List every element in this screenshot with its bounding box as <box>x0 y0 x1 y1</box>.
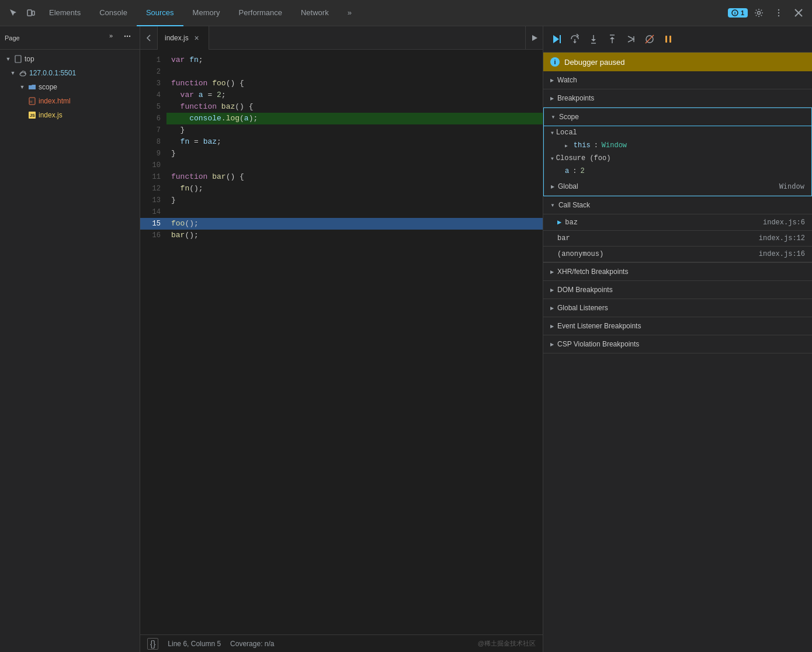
this-val: Window <box>602 141 627 150</box>
top-toolbar: Elements Console Sources Memory Performa… <box>0 0 812 26</box>
dom-section-header[interactable]: ▶ DOM Breakpoints <box>543 281 812 299</box>
a-val: 2 <box>580 167 584 175</box>
server-label: 127.0.0.1:5501 <box>29 69 76 77</box>
file-panel-header: Page » <box>0 26 140 50</box>
tab-elements[interactable]: Elements <box>40 0 90 26</box>
format-icon[interactable]: {} <box>147 638 158 650</box>
line-num-1: 1 <box>140 54 166 66</box>
svg-rect-34 <box>669 36 671 43</box>
scope-label: scope <box>39 83 57 91</box>
event-listener-chevron-icon: ▶ <box>550 324 554 329</box>
tab-performance[interactable]: Performance <box>230 0 292 26</box>
call-stack-section-header[interactable]: ▼ Call Stack <box>543 196 812 214</box>
code-line-10 <box>166 159 543 171</box>
line-num-4: 4 <box>140 89 166 101</box>
event-listener-label: Event Listener Breakpoints <box>557 322 641 330</box>
csp-header[interactable]: ▶ CSP Violation Breakpoints <box>543 335 812 353</box>
panel-more-btn[interactable]: » <box>109 32 121 44</box>
local-label: Local <box>556 129 577 137</box>
watermark: @稀土掘金技术社区 <box>478 639 536 648</box>
call-stack-bar-loc: index.js:12 <box>759 234 805 242</box>
global-listeners-header[interactable]: ▶ Global Listeners <box>543 299 812 317</box>
step-icon[interactable] <box>623 31 639 47</box>
xhr-chevron-icon: ▶ <box>550 269 554 275</box>
global-val: Window <box>779 182 804 190</box>
editor-tab-index-js[interactable]: index.js × <box>158 26 209 50</box>
watch-section-header[interactable]: ▶ Watch <box>543 71 812 89</box>
svg-point-12 <box>129 35 130 36</box>
step-over-icon[interactable] <box>567 31 583 47</box>
line-num-5: 5 <box>140 101 166 113</box>
global-scope-header[interactable]: ▶ Global Window <box>544 178 811 195</box>
line-numbers: 1 2 3 4 5 6 7 8 9 10 11 12 13 14 15 16 <box>140 50 166 634</box>
tab-console[interactable]: Console <box>90 0 137 26</box>
step-out-icon[interactable] <box>604 31 620 47</box>
scope-chevron-icon: ▼ <box>551 115 556 120</box>
closure-scope-header[interactable]: ▼ Closure (foo) <box>544 152 811 165</box>
xhr-section-header[interactable]: ▶ XHR/fetch Breakpoints <box>543 263 812 281</box>
closure-chevron-icon: ▼ <box>551 156 554 161</box>
event-listener-header[interactable]: ▶ Event Listener Breakpoints <box>543 317 812 335</box>
cursor-tool-icon[interactable] <box>5 4 22 22</box>
tab-network[interactable]: Network <box>292 0 338 26</box>
local-scope-header[interactable]: ▼ Local <box>544 126 811 139</box>
close-devtools-icon[interactable] <box>790 4 807 22</box>
code-line-3: function foo() { <box>166 78 543 89</box>
index-html-label: index.html <box>39 97 71 105</box>
deactivate-breakpoints-icon[interactable] <box>641 31 658 47</box>
main-layout: Page » ▼ top ▼ <box>0 26 812 652</box>
call-stack-baz[interactable]: ▶ baz index.js:6 <box>543 214 812 231</box>
code-line-8: fn = baz; <box>166 136 543 148</box>
panel-options-icon[interactable] <box>123 32 135 44</box>
line-num-15: 15 <box>140 218 166 230</box>
breakpoints-label: Breakpoints <box>557 94 594 102</box>
step-into-icon[interactable] <box>585 31 602 47</box>
pause-on-exceptions-icon[interactable] <box>660 31 676 47</box>
line-num-11: 11 <box>140 171 166 183</box>
line-num-16: 16 <box>140 230 166 241</box>
page-label: Page <box>5 34 107 41</box>
page-icon <box>14 55 22 63</box>
call-stack-bar[interactable]: bar index.js:12 <box>543 231 812 247</box>
settings-icon[interactable] <box>750 4 768 22</box>
chevron-down-icon: ▼ <box>19 84 26 91</box>
run-snippet-icon[interactable] <box>525 26 543 50</box>
top-label: top <box>25 55 34 63</box>
tab-memory[interactable]: Memory <box>183 0 230 26</box>
close-tab-icon[interactable]: × <box>192 33 202 43</box>
code-line-9: } <box>166 148 543 159</box>
call-stack-bar-fn: bar <box>557 234 570 242</box>
code-line-2 <box>166 66 543 78</box>
svg-rect-13 <box>15 56 21 63</box>
tab-sources[interactable]: Sources <box>137 0 183 26</box>
tree-item-top[interactable]: ▼ top <box>0 52 140 66</box>
this-key: this <box>574 141 591 150</box>
breakpoints-section-header[interactable]: ▶ Breakpoints <box>543 89 812 107</box>
code-line-11: function bar() { <box>166 171 543 183</box>
a-scope-item: a : 2 <box>544 165 811 178</box>
code-content[interactable]: var fn; function foo() { var a = 2; func… <box>166 50 543 634</box>
code-line-14 <box>166 206 543 218</box>
debugger-toolbar <box>543 26 812 53</box>
svg-text:i: i <box>734 11 735 16</box>
line-num-12: 12 <box>140 183 166 195</box>
line-num-2: 2 <box>140 66 166 78</box>
tree-item-index-html[interactable]: H index.html <box>0 94 140 108</box>
device-toolbar-icon[interactable] <box>22 4 40 22</box>
notification-badge[interactable]: i 1 <box>728 8 748 18</box>
call-stack-anonymous[interactable]: (anonymous) index.js:16 <box>543 247 812 262</box>
global-chevron-icon: ▶ <box>551 184 554 189</box>
scope-section-header[interactable]: ▼ Scope <box>544 108 811 126</box>
tree-item-index-js[interactable]: JS index.js <box>0 108 140 122</box>
nav-back-icon[interactable] <box>140 26 158 50</box>
tab-more[interactable]: » <box>338 0 361 26</box>
code-area: 1 2 3 4 5 6 7 8 9 10 11 12 13 14 15 16 v… <box>140 50 543 634</box>
chevron-down-icon: ▼ <box>9 70 16 77</box>
svg-point-4 <box>758 12 761 15</box>
tree-item-scope[interactable]: ▼ scope <box>0 80 140 94</box>
tree-item-server[interactable]: ▼ 127.0.0.1:5501 <box>0 66 140 80</box>
code-line-12: fn(); <box>166 183 543 195</box>
line-num-9: 9 <box>140 148 166 159</box>
resume-icon[interactable] <box>548 31 564 47</box>
more-options-icon[interactable] <box>770 4 787 22</box>
